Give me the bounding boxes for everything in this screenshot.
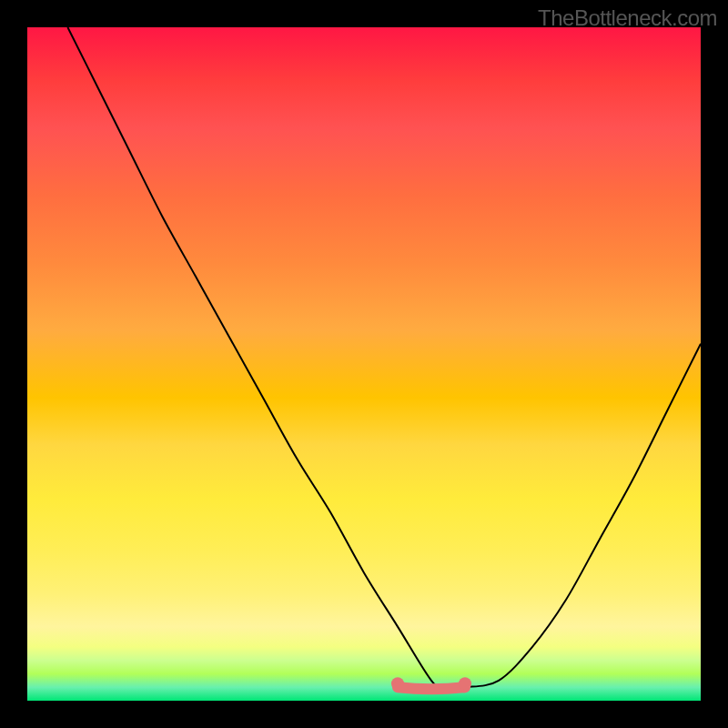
flat-region-dot-left	[391, 677, 404, 690]
chart-svg	[27, 27, 701, 701]
flat-region-emphasis	[398, 687, 465, 689]
watermark-text: TheBottleneck.com	[538, 5, 717, 31]
flat-region-dot-right	[459, 677, 471, 690]
bottleneck-curve	[67, 27, 701, 688]
chart-plot-area	[27, 27, 701, 701]
